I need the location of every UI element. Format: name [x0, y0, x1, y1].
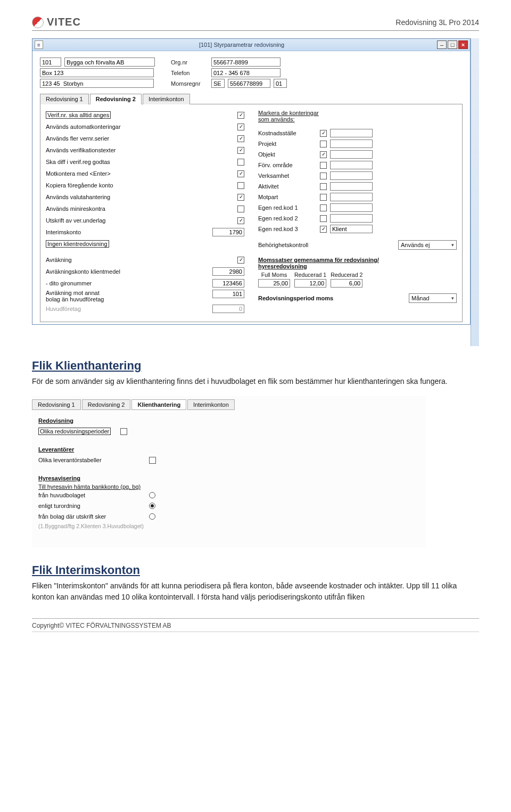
heading-klienthantering: Flik Klienthantering [32, 359, 479, 373]
behorighet-label: Behörighetskontroll [258, 242, 308, 248]
klientredovisning-field[interactable]: Ingen klientredovisning [46, 240, 109, 248]
tab-redovisning-2[interactable]: Redovisning 2 [90, 94, 142, 104]
company-address1-input[interactable] [40, 68, 154, 77]
kontering-label: Projekt [258, 141, 317, 147]
giro-label: - dito gironummer [46, 280, 209, 286]
checkbox[interactable] [120, 428, 127, 435]
kontering-checkbox[interactable] [320, 204, 327, 211]
moms-header: Momssatser gemensamma för redovisning/hy… [258, 257, 457, 269]
momsreg-suffix-input[interactable] [274, 79, 287, 88]
giro-input[interactable] [212, 279, 244, 288]
telefon-input[interactable] [211, 68, 281, 77]
company-code-input[interactable] [40, 58, 61, 67]
kontering-checkbox[interactable] [320, 226, 327, 233]
checkbox[interactable] [237, 112, 244, 119]
option-label: Används verifikationstexter [46, 147, 234, 153]
company-address2-input[interactable] [40, 79, 154, 88]
kontering-checkbox[interactable] [320, 173, 327, 179]
kontering-input[interactable] [330, 193, 373, 201]
checkbox[interactable] [237, 182, 244, 189]
window-minimize-button[interactable]: – [437, 40, 447, 49]
momsreg-input[interactable] [228, 79, 270, 88]
kontering-label: Egen red.kod 1 [258, 204, 317, 211]
kontering-label: Kostnadsställe [258, 130, 317, 136]
kontering-input[interactable] [330, 161, 373, 169]
radio[interactable] [149, 513, 155, 520]
logo: VITEC [32, 16, 81, 28]
tab-redovisning-2: Verif.nr. ska alltid angesAnvänds automa… [40, 104, 463, 322]
option-label: Används valutahantering [46, 194, 234, 200]
radio[interactable] [149, 503, 155, 509]
footer-sc1: ITEC [70, 622, 85, 629]
behorighet-select[interactable]: Används ej ▾ [398, 240, 457, 250]
kontering-input[interactable] [330, 203, 373, 212]
avrakning-label: Avräkning [46, 257, 234, 263]
tab-redovisning-2[interactable]: Redovisning 2 [82, 399, 131, 410]
window-maximize-button[interactable]: □ [448, 40, 457, 49]
orgnr-label: Org.nr [171, 59, 208, 65]
kontering-checkbox[interactable] [320, 151, 327, 158]
footer-sc2: ÖRVALTNINGSSYSTEM [90, 622, 161, 629]
radio[interactable] [149, 492, 155, 498]
moms-value-input[interactable] [331, 279, 362, 288]
kontering-checkbox[interactable] [320, 141, 327, 147]
kontering-input[interactable] [330, 225, 373, 233]
tab-interimkonton[interactable]: Interimkonton [187, 399, 235, 410]
group-title: Redovisning [38, 417, 419, 424]
option-label: Används fler vernr.serier [46, 135, 234, 142]
kontering-input[interactable] [330, 182, 373, 191]
checkbox[interactable] [237, 147, 244, 154]
avrkonto-input[interactable] [212, 267, 244, 276]
checkbox[interactable] [237, 159, 244, 166]
group-note: (1.Byggnad/ftg 2.Klienten 3.Huvudbolaget… [38, 523, 419, 529]
checkbox[interactable] [237, 206, 244, 212]
avrkonto-label: Avräkningskonto klientmedel [46, 268, 209, 275]
avrakning-checkbox[interactable] [237, 257, 244, 264]
kontering-input[interactable] [330, 140, 373, 148]
tab-redovisning-1[interactable]: Redovisning 1 [32, 399, 81, 410]
tabs-row: Redovisning 1Redovisning 2Interimkonton [40, 93, 463, 104]
kontering-checkbox[interactable] [320, 194, 327, 201]
kontering-checkbox[interactable] [320, 215, 327, 222]
orgnr-input[interactable] [211, 58, 281, 67]
kontering-checkbox[interactable] [320, 183, 327, 190]
tab-klienthantering[interactable]: Klienthantering [131, 399, 186, 410]
checkbox[interactable] [237, 170, 244, 177]
interimskonto-label: Interimskonto [46, 229, 209, 235]
moms-value-input[interactable] [294, 279, 326, 288]
company-name-input[interactable] [64, 58, 155, 67]
window-close-button[interactable]: × [458, 40, 468, 49]
behorighet-value: Används ej [401, 242, 430, 248]
checkbox[interactable] [237, 194, 244, 201]
chevron-down-icon: ▾ [451, 296, 454, 301]
avrann-input[interactable] [212, 290, 244, 298]
checkbox[interactable] [149, 457, 156, 464]
kontering-input[interactable] [330, 214, 373, 223]
page-footer: Copyright© VITEC FÖRVALTNINGSSYSTEM AB [32, 618, 479, 632]
redovperiod-select[interactable]: Månad ▾ [409, 293, 457, 303]
kontering-label: Egen red.kod 2 [258, 215, 317, 222]
window-document-icon: ≡ [35, 40, 43, 49]
company-header-fields: Org.nr Telefon Momsregnr [40, 58, 463, 88]
moms-row: Full MomsReducerad 1Reducerad 2 [258, 272, 457, 288]
logo-text: VITEC [47, 16, 81, 28]
footer-prefix: Copyright© V [32, 622, 70, 629]
kontering-input[interactable] [330, 129, 373, 137]
moms-value-input[interactable] [258, 279, 290, 288]
kontering-checkbox[interactable] [320, 130, 327, 137]
window-scrollbar[interactable] [471, 38, 479, 346]
kontering-input[interactable] [330, 150, 373, 159]
momsreg-prefix-input[interactable] [211, 79, 225, 88]
checkbox[interactable] [237, 217, 244, 224]
tab-interimkonton[interactable]: Interimkonton [143, 94, 190, 104]
kontering-input[interactable] [330, 171, 373, 180]
interimskonto-input[interactable] [212, 228, 244, 236]
window-title: [101] Styrparametrar redovisning [46, 42, 437, 48]
document-title: Redovisning 3L Pro 2014 [395, 18, 479, 27]
checkbox[interactable] [237, 124, 244, 130]
kontering-label: Motpart [258, 194, 317, 200]
checkbox[interactable] [237, 135, 244, 142]
tab-redovisning-1[interactable]: Redovisning 1 [40, 94, 89, 104]
moms-col-label: Full Moms [261, 272, 287, 278]
kontering-checkbox[interactable] [320, 162, 327, 169]
